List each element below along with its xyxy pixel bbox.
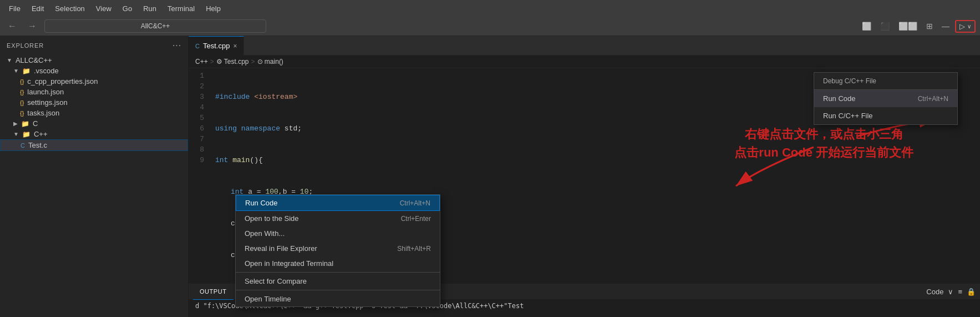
cpp-folder-icon: 📁 <box>22 130 31 138</box>
root-chevron: ▼ <box>7 57 12 63</box>
sidebar-dots[interactable]: ··· <box>172 41 181 51</box>
json-icon-4: {} <box>20 110 24 117</box>
sidebar-item-vscode[interactable]: ▼ 📁 .vscode <box>0 66 188 76</box>
breadcrumb: C++ > ⚙ Test.cpp > ⊙ main() <box>189 56 980 68</box>
sidebar-item-c-cpp-properties[interactable]: {} c_cpp_properties.json <box>0 76 188 87</box>
menu-go[interactable]: Go <box>118 3 136 14</box>
tab-cpp-icon: C <box>195 43 200 49</box>
menu-selection[interactable]: Selection <box>50 3 89 14</box>
debug-run-code-shortcut: Ctrl+Alt+N <box>918 95 948 103</box>
c-folder-label: C <box>33 119 38 128</box>
cpp-folder-chevron: ▼ <box>13 131 19 137</box>
breadcrumb-sep1: > <box>210 58 214 66</box>
test-cpp-label: Test.c <box>28 141 47 149</box>
launch-json-label: launch.json <box>27 88 64 96</box>
panel-tab-output[interactable]: OUTPUT <box>193 284 233 300</box>
debug-header-label: Debug C/C++ File <box>823 77 876 85</box>
sidebar-item-root[interactable]: ▼ ALLC&C++ <box>0 55 188 66</box>
debug-run-cpp[interactable]: Run C/C++ File <box>814 107 957 124</box>
back-button[interactable]: ← <box>4 20 20 32</box>
ctx-open-with-label: Open With... <box>245 229 285 238</box>
sidebar-item-launch-json[interactable]: {} launch.json <box>0 87 188 97</box>
ctx-divider-1 <box>236 272 440 273</box>
run-debug-button[interactable]: ▷ ∨ <box>955 20 976 33</box>
panel-dropdown-icon[interactable]: ∨ <box>948 288 953 296</box>
ctx-select-compare[interactable]: Select for Compare <box>236 274 440 289</box>
root-label: ALLC&C++ <box>16 56 52 64</box>
debug-dropdown: Debug C/C++ File Run Code Ctrl+Alt+N Run… <box>814 72 958 125</box>
forward-button[interactable]: → <box>24 20 40 32</box>
menu-run[interactable]: Run <box>139 3 161 14</box>
panel-icon-1[interactable]: ≡ <box>958 288 962 296</box>
tab-test-cpp-label: Test.cpp <box>203 42 230 50</box>
ctx-open-side-label: Open to the Side <box>245 214 299 223</box>
ctx-open-terminal-label: Open in Integrated Terminal <box>245 259 333 268</box>
sidebar-item-c-folder[interactable]: ▶ 📁 C <box>0 118 188 129</box>
menu-help[interactable]: Help <box>201 3 225 14</box>
json-icon-1: {} <box>20 78 24 85</box>
top-right-buttons: ⬜ ⬛ ⬜⬜ ⊞ — ▷ ∨ <box>859 19 976 33</box>
breadcrumb-sep2: > <box>251 58 255 66</box>
debug-run-code[interactable]: Run Code Ctrl+Alt+N <box>814 90 957 107</box>
sidebar-header: EXPLORER ··· <box>0 36 188 55</box>
explorer-label: EXPLORER <box>7 42 44 49</box>
sidebar-item-test-cpp[interactable]: C Test.c <box>0 139 188 151</box>
ctx-open-timeline[interactable]: Open Timeline <box>236 291 440 306</box>
debug-run-code-label: Run Code <box>823 94 856 103</box>
menu-bar: File Edit Selection View Go Run Terminal… <box>0 0 980 17</box>
ctx-reveal-label: Reveal in File Explorer <box>245 244 317 253</box>
cpp-folder-label: C++ <box>34 130 48 138</box>
context-menu: Run Code Ctrl+Alt+N Open to the Side Ctr… <box>235 194 440 307</box>
run-icon: ▷ <box>959 22 965 31</box>
breadcrumb-file: ⚙ Test.cpp <box>216 58 249 66</box>
ctx-open-with[interactable]: Open With... <box>236 226 440 241</box>
sidebar-item-settings-json[interactable]: {} settings.json <box>0 97 188 108</box>
tab-close-button[interactable]: × <box>233 42 237 50</box>
settings-json-label: settings.json <box>27 98 67 107</box>
split-icon[interactable]: ⬜⬜ <box>895 19 921 33</box>
debug-run-cpp-label: Run C/C++ File <box>823 112 873 120</box>
ctx-open-side-shortcut: Ctrl+Enter <box>401 215 431 223</box>
vscode-label: .vscode <box>34 67 59 75</box>
vscode-folder-icon: 📁 <box>22 67 31 75</box>
tasks-json-label: tasks.json <box>27 109 59 117</box>
ctx-run-code[interactable]: Run Code Ctrl+Alt+N <box>236 195 440 211</box>
c-folder-icon: 📁 <box>21 120 29 128</box>
line-numbers: 12345 6789 <box>189 68 211 284</box>
search-input[interactable] <box>44 19 266 33</box>
main-layout: EXPLORER ··· ▼ ALLC&C++ ▼ 📁 .vscode {} c… <box>0 36 980 317</box>
breadcrumb-cpp: C++ <box>195 58 208 66</box>
cpp-file-icon: C <box>21 142 25 149</box>
sidebar-item-cpp-folder[interactable]: ▼ 📁 C++ <box>0 129 188 139</box>
ctx-open-timeline-label: Open Timeline <box>245 295 291 303</box>
c-folder-chevron: ▶ <box>13 120 18 127</box>
ctx-run-code-label: Run Code <box>245 199 278 207</box>
menu-edit[interactable]: Edit <box>27 3 48 14</box>
menu-terminal[interactable]: Terminal <box>163 3 199 14</box>
sidebar-toggle-icon[interactable]: ⬜ <box>859 19 875 33</box>
menu-file[interactable]: File <box>4 3 25 14</box>
breadcrumb-fn: ⊙ main() <box>257 58 283 66</box>
sidebar-item-tasks-json[interactable]: {} tasks.json <box>0 108 188 118</box>
grid-icon[interactable]: ⊞ <box>923 19 936 33</box>
tab-test-cpp[interactable]: C Test.cpp × <box>189 36 244 56</box>
debug-header: Debug C/C++ File <box>814 73 957 90</box>
json-icon-3: {} <box>20 99 24 106</box>
ctx-divider-2 <box>236 290 440 290</box>
ctx-open-terminal[interactable]: Open in Integrated Terminal <box>236 256 440 271</box>
ctx-reveal-shortcut: Shift+Alt+R <box>397 245 431 253</box>
editor-area: C Test.cpp × C++ > ⚙ Test.cpp > ⊙ main()… <box>189 36 980 317</box>
ctx-reveal-explorer[interactable]: Reveal in File Explorer Shift+Alt+R <box>236 241 440 256</box>
panel-icon-2[interactable]: 🔒 <box>967 288 976 296</box>
minimize-icon[interactable]: — <box>938 19 953 33</box>
menu-view[interactable]: View <box>92 3 116 14</box>
ctx-open-side[interactable]: Open to the Side Ctrl+Enter <box>236 211 440 226</box>
tab-bar: C Test.cpp × <box>189 36 980 56</box>
json-icon-2: {} <box>20 89 24 95</box>
run-dropdown-icon: ∨ <box>967 23 971 29</box>
panel-code-label: Code <box>926 288 943 296</box>
c-cpp-properties-label: c_cpp_properties.json <box>27 77 98 85</box>
ctx-select-compare-label: Select for Compare <box>245 277 307 285</box>
layout-icon[interactable]: ⬛ <box>877 19 893 33</box>
title-bar: ← → ⬜ ⬛ ⬜⬜ ⊞ — ▷ ∨ <box>0 17 980 36</box>
